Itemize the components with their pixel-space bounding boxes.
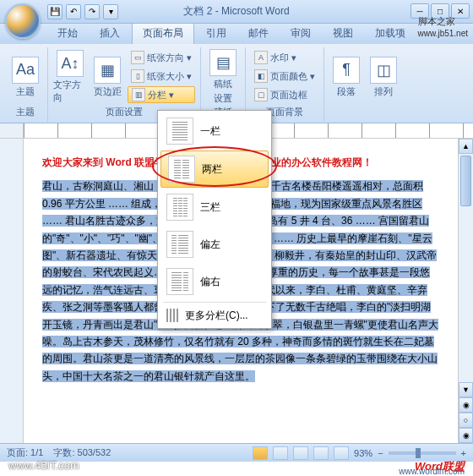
group-themes: Aa 主题 主题 <box>3 47 48 122</box>
zoom-in-icon[interactable]: + <box>461 448 466 458</box>
tab-mailings[interactable]: 邮件 <box>238 23 279 44</box>
scroll-down-icon[interactable]: ▼ <box>459 382 473 397</box>
watermark-button[interactable]: A水印 ▾ <box>251 49 318 66</box>
title-bar: 💾 ↶ ↷ ▾ 文档 2 - Microsoft Word ─ □ ✕ <box>0 0 473 24</box>
columns-icon: ▥ <box>132 88 145 101</box>
scroll-thumb[interactable] <box>460 156 471 206</box>
next-page-icon[interactable]: ◉ <box>459 428 473 443</box>
vertical-ruler[interactable] <box>0 139 24 443</box>
watermark-icon: A <box>254 51 268 64</box>
ruler-corner <box>0 123 24 138</box>
columns-more[interactable]: 更多分栏(C)... <box>160 304 269 326</box>
paragraph-button[interactable]: ¶段落 <box>329 49 363 105</box>
zoom-level[interactable]: 93% <box>354 448 372 458</box>
arrange-icon: ◫ <box>370 57 397 84</box>
margins-icon: ▦ <box>94 57 121 84</box>
columns-right[interactable]: 偏右 <box>160 263 269 300</box>
prev-page-icon[interactable]: ◉ <box>459 397 473 413</box>
zoom-slider[interactable] <box>389 451 456 455</box>
text-direction-button[interactable]: A↕ 文字方向 <box>53 49 87 105</box>
office-button[interactable] <box>5 3 41 39</box>
vertical-scrollbar[interactable]: ▲ ▼ ◉ ○ ◉ <box>458 139 473 443</box>
page-color-icon: ◧ <box>254 69 268 83</box>
columns-left[interactable]: 偏左 <box>160 226 269 263</box>
group-paragraph: ¶段落 ◫排列 <box>324 47 405 122</box>
page-border-icon: ▢ <box>254 88 268 101</box>
page-color-button[interactable]: ◧页面颜色 ▾ <box>251 68 318 85</box>
watermark-top: 脚本之家 www.jb51.net <box>418 15 468 38</box>
orientation-button[interactable]: ▭纸张方向 ▾ <box>128 49 195 66</box>
three-column-icon <box>166 194 193 221</box>
redo-icon[interactable]: ↷ <box>84 4 100 19</box>
footer-watermarks: www.45IT.com Word联盟 <box>0 459 473 474</box>
columns-one[interactable]: 一栏 <box>160 112 269 150</box>
menu-separator <box>163 302 266 303</box>
footer-left-url: www.45IT.com <box>8 459 79 474</box>
columns-button[interactable]: ▥分栏 ▾ <box>128 86 195 103</box>
status-page[interactable]: 页面: 1/1 <box>7 446 43 459</box>
tab-page-layout[interactable]: 页面布局 <box>132 22 194 44</box>
draft-paper-button[interactable]: ▤ 稿纸 设置 <box>206 49 240 105</box>
view-print-layout[interactable] <box>253 446 268 460</box>
browse-object-icon[interactable]: ○ <box>459 413 473 428</box>
view-outline[interactable] <box>313 446 329 460</box>
columns-three[interactable]: 三栏 <box>160 189 269 226</box>
tab-references[interactable]: 引用 <box>196 23 236 44</box>
one-column-icon <box>166 118 193 145</box>
columns-two[interactable]: 两栏 <box>160 150 269 188</box>
orientation-icon: ▭ <box>131 51 144 64</box>
window-title: 文档 2 - Microsoft Word <box>183 4 289 19</box>
themes-icon: Aa <box>12 57 39 84</box>
two-column-icon <box>168 156 195 183</box>
margins-button[interactable]: ▦ 页边距 <box>90 49 124 105</box>
status-words[interactable]: 字数: 503/532 <box>53 446 111 459</box>
tab-home[interactable]: 开始 <box>47 23 88 44</box>
more-columns-icon <box>166 309 180 322</box>
tab-insert[interactable]: 插入 <box>90 23 130 44</box>
view-full-screen[interactable] <box>273 446 288 460</box>
scroll-up-icon[interactable]: ▲ <box>459 139 473 154</box>
quick-access-toolbar: 💾 ↶ ↷ ▾ <box>47 4 118 19</box>
zoom-thumb[interactable] <box>416 448 421 458</box>
page-borders-button[interactable]: ▢页面边框 <box>251 86 318 103</box>
doc-red-intro: 欢迎大家来到 Word 联盟学 <box>42 156 165 168</box>
ribbon-tabs: 开始 插入 页面布局 引用 邮件 审阅 视图 加载项 <box>0 24 473 44</box>
qat-dropdown-icon[interactable]: ▾ <box>103 4 118 19</box>
zoom-out-icon[interactable]: − <box>378 448 383 458</box>
tab-addins[interactable]: 加载项 <box>365 23 416 44</box>
doc-red-intro-end: 专业的办公软件教程网！ <box>261 156 372 168</box>
view-web-layout[interactable] <box>293 446 308 460</box>
arrange-button[interactable]: ◫排列 <box>367 49 400 105</box>
size-button[interactable]: ▯纸张大小 ▾ <box>128 68 195 85</box>
draft-paper-icon: ▤ <box>209 49 236 76</box>
footer-brand: Word联盟 <box>415 459 465 474</box>
save-icon[interactable]: 💾 <box>47 4 63 19</box>
tab-review[interactable]: 审阅 <box>280 23 321 44</box>
tab-view[interactable]: 视图 <box>323 23 363 44</box>
left-column-icon <box>166 231 193 258</box>
undo-icon[interactable]: ↶ <box>66 4 81 19</box>
right-column-icon <box>166 268 193 295</box>
columns-dropdown: 一栏 两栏 三栏 偏左 偏右 更多分栏(C)... <box>157 110 272 329</box>
themes-button[interactable]: Aa 主题 <box>8 49 42 105</box>
size-icon: ▯ <box>131 69 144 83</box>
view-draft[interactable] <box>334 446 349 460</box>
paragraph-icon: ¶ <box>333 57 360 84</box>
text-direction-icon: A↕ <box>57 50 84 77</box>
